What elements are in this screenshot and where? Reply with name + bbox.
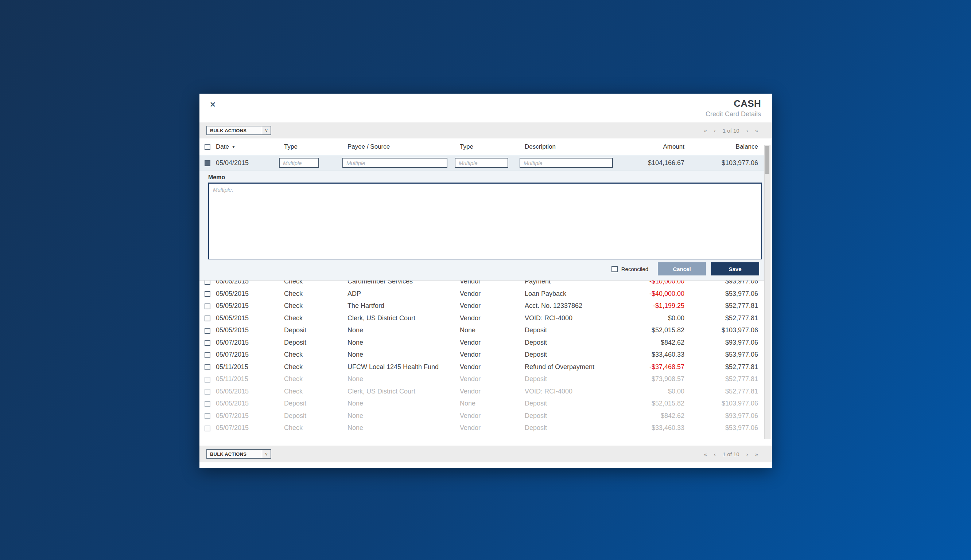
cell-amount: $842.62 bbox=[619, 412, 684, 420]
first-page-button[interactable]: « bbox=[704, 451, 707, 457]
close-icon[interactable]: ✕ bbox=[210, 101, 216, 108]
table-row[interactable]: 05/05/2015CheckClerk, US District CourtV… bbox=[199, 312, 764, 325]
bulk-actions-select-bottom[interactable]: BULK ACTIONS v bbox=[206, 449, 271, 459]
last-page-button[interactable]: » bbox=[755, 128, 758, 134]
table-row[interactable]: 05/07/2015CheckNoneVendorDeposit$33,460.… bbox=[199, 422, 764, 434]
memo-label: Memo bbox=[208, 174, 764, 181]
scrollbar-thumb[interactable] bbox=[765, 146, 769, 174]
select-all-checkbox[interactable] bbox=[205, 144, 211, 150]
bulk-actions-select[interactable]: BULK ACTIONS v bbox=[206, 126, 271, 135]
vertical-scrollbar[interactable] bbox=[764, 145, 770, 439]
column-header-amount[interactable]: Amount bbox=[619, 143, 684, 150]
cell-amount: $0.00 bbox=[619, 388, 684, 395]
column-header-payee-source[interactable]: Payee / Source bbox=[348, 143, 460, 150]
table-row[interactable]: 05/07/2015DepositNoneVendorDeposit$842.6… bbox=[199, 410, 764, 422]
cell-description: Deposit bbox=[525, 375, 619, 383]
page-subtitle: Credit Card Details bbox=[705, 110, 761, 118]
cell-type: Check bbox=[284, 388, 348, 395]
row-checkbox-cell bbox=[199, 339, 216, 347]
column-header-balance[interactable]: Balance bbox=[684, 143, 758, 150]
cell-amount: $842.62 bbox=[619, 339, 684, 347]
row-checkbox[interactable] bbox=[205, 377, 211, 383]
column-header-type[interactable]: Type bbox=[284, 143, 348, 150]
cell-description: Refund of Overpayment bbox=[525, 363, 619, 371]
row-checkbox[interactable] bbox=[205, 364, 211, 370]
description-input[interactable] bbox=[520, 158, 613, 168]
pagination-top: « ‹ 1 of 10 › » bbox=[704, 128, 758, 134]
row-checkbox-cell bbox=[199, 400, 216, 407]
prev-page-button[interactable]: ‹ bbox=[714, 128, 716, 134]
cell-payee-source: None bbox=[348, 327, 460, 334]
cell-payee-type: Vendor bbox=[460, 290, 525, 298]
cell-payee-type: Vendor bbox=[460, 424, 525, 432]
table-row[interactable]: 05/05/2015DepositNoneNoneDeposit$52,015.… bbox=[199, 398, 764, 410]
row-checkbox[interactable] bbox=[205, 328, 211, 334]
cell-date: 05/05/2015 bbox=[216, 327, 284, 334]
row-checkbox-cell bbox=[199, 351, 216, 358]
table-row[interactable]: 05/11/2015CheckNoneVendorDeposit$73,908.… bbox=[199, 373, 764, 385]
cell-amount: $73,908.57 bbox=[619, 375, 684, 383]
column-header-date[interactable]: Date▼ bbox=[216, 143, 284, 150]
cell-type: Deposit bbox=[284, 327, 348, 334]
table-row[interactable]: 05/07/2015DepositNoneVendorDeposit$842.6… bbox=[199, 337, 764, 349]
last-page-button[interactable]: » bbox=[755, 451, 758, 457]
table-row[interactable]: 05/05/2015CheckADPVendorLoan Payback-$40… bbox=[199, 288, 764, 300]
row-checkbox[interactable] bbox=[205, 413, 211, 419]
memo-textarea[interactable] bbox=[208, 183, 762, 259]
reconciled-checkbox[interactable] bbox=[612, 266, 618, 272]
cell-type: Check bbox=[284, 363, 348, 371]
edit-actions: Reconciled Cancel Save bbox=[199, 262, 764, 275]
payee-type-input[interactable] bbox=[455, 158, 508, 168]
row-checkbox[interactable] bbox=[205, 401, 211, 407]
bulk-actions-label: BULK ACTIONS bbox=[207, 450, 262, 458]
cell-description: Deposit bbox=[525, 412, 619, 420]
next-page-button[interactable]: › bbox=[746, 128, 748, 134]
edit-row-amount: $104,166.67 bbox=[619, 159, 684, 167]
payee-source-input[interactable] bbox=[343, 158, 447, 168]
cancel-button[interactable]: Cancel bbox=[658, 262, 706, 275]
save-button[interactable]: Save bbox=[711, 262, 759, 275]
row-checkbox[interactable] bbox=[205, 303, 211, 309]
cell-balance: $52,777.81 bbox=[684, 375, 758, 383]
cell-description: Deposit bbox=[525, 424, 619, 432]
cell-date: 05/05/2015 bbox=[216, 400, 284, 407]
table-row[interactable]: 05/05/2015CheckClerk, US District CourtV… bbox=[199, 385, 764, 398]
row-checkbox[interactable] bbox=[205, 315, 211, 322]
cell-type: Deposit bbox=[284, 400, 348, 407]
cell-type: Deposit bbox=[284, 339, 348, 347]
next-page-button[interactable]: › bbox=[746, 451, 748, 457]
table-row[interactable]: 05/11/2015CheckUFCW Local 1245 Health Fu… bbox=[199, 361, 764, 373]
type-input[interactable] bbox=[279, 158, 319, 168]
row-checkbox-cell bbox=[199, 290, 216, 298]
cell-amount: -$1,199.25 bbox=[619, 302, 684, 310]
table-row[interactable]: 05/07/2015CheckNoneVendorDeposit$33,460.… bbox=[199, 349, 764, 361]
row-checkbox[interactable] bbox=[205, 291, 211, 297]
row-checkbox[interactable] bbox=[205, 389, 211, 395]
row-checkbox[interactable] bbox=[205, 340, 211, 346]
bottom-toolbar: BULK ACTIONS v « ‹ 1 of 10 › » bbox=[199, 446, 772, 462]
row-checkbox[interactable] bbox=[205, 352, 211, 358]
row-checkbox[interactable] bbox=[205, 425, 211, 432]
bulk-actions-label: BULK ACTIONS bbox=[207, 127, 262, 135]
edit-row-date: 05/04/2015 bbox=[216, 159, 284, 167]
cell-balance: $52,777.81 bbox=[684, 388, 758, 395]
table-row[interactable]: 05/05/2015CheckThe HartfordVendorAcct. N… bbox=[199, 300, 764, 312]
cell-amount: $0.00 bbox=[619, 315, 684, 322]
cell-date: 05/05/2015 bbox=[216, 290, 284, 298]
table-row[interactable]: 05/05/2015DepositNoneNoneDeposit$52,015.… bbox=[199, 324, 764, 337]
edit-row-checkbox[interactable] bbox=[205, 160, 211, 166]
first-page-button[interactable]: « bbox=[704, 128, 707, 134]
column-header-payee-type[interactable]: Type bbox=[460, 143, 525, 150]
prev-page-button[interactable]: ‹ bbox=[714, 451, 716, 457]
cell-payee-source: Clerk, US District Court bbox=[348, 388, 460, 395]
cell-amount: -$40,000.00 bbox=[619, 290, 684, 298]
cell-payee-type: Vendor bbox=[460, 388, 525, 395]
desktop-background: { "window": { "title": "CASH", "subtitle… bbox=[0, 0, 971, 560]
cell-balance: $52,777.81 bbox=[684, 363, 758, 371]
dropdown-arrow-icon: v bbox=[262, 127, 271, 135]
cell-balance: $103,977.06 bbox=[684, 327, 758, 334]
cell-date: 05/07/2015 bbox=[216, 424, 284, 432]
row-checkbox-cell bbox=[199, 363, 216, 371]
column-header-description[interactable]: Description bbox=[525, 143, 619, 150]
top-toolbar: BULK ACTIONS v « ‹ 1 of 10 › » bbox=[199, 122, 772, 138]
